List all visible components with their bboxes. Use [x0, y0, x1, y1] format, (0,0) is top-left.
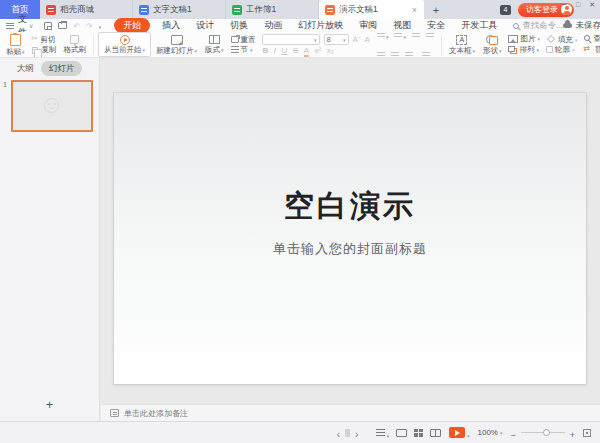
outline-icon: [546, 46, 553, 53]
play-icon: [120, 35, 130, 45]
italic-button[interactable]: I: [274, 47, 276, 55]
command-search[interactable]: 查找命令...: [513, 20, 563, 32]
slide-thumbnail-wrap: 1: [11, 80, 95, 132]
font-size-select[interactable]: 8: [324, 34, 349, 45]
menubar: 文件 ∨ 开始 插入 设计 切换 动画 幻灯片放映 审阅 视图 安全 开发工具 …: [0, 19, 600, 32]
picture-button[interactable]: 图片: [508, 35, 540, 43]
tab-insert[interactable]: 插入: [154, 19, 188, 32]
tab-spreadsheet[interactable]: 工作簿1: [226, 0, 319, 19]
tab-security[interactable]: 安全: [419, 19, 453, 32]
notes-toggle-button[interactable]: [376, 424, 389, 442]
fill-button[interactable]: 填充: [546, 36, 578, 44]
zoom-in-icon[interactable]: [570, 424, 575, 442]
tab-animation[interactable]: 动画: [256, 19, 290, 32]
new-slide-button[interactable]: 新建幻灯片: [153, 35, 200, 55]
strikethrough-button[interactable]: S: [293, 47, 298, 55]
close-window-icon[interactable]: [589, 1, 595, 8]
decrease-indent-button[interactable]: [412, 32, 420, 37]
tab-presentation-active[interactable]: 演示文稿1: [319, 0, 424, 19]
tab-review[interactable]: 审阅: [351, 19, 385, 32]
previous-slide-icon[interactable]: [337, 424, 340, 442]
paste-button[interactable]: 粘贴: [3, 34, 28, 56]
caret-icon: [575, 36, 578, 44]
tab-slideshow[interactable]: 幻灯片放映: [290, 19, 351, 32]
textbox-button[interactable]: 文本框: [446, 35, 478, 55]
slide-subtitle[interactable]: 单击输入您的封面副标题: [114, 240, 586, 258]
slide-nav: [337, 424, 359, 442]
bullet-list-button[interactable]: [377, 32, 389, 43]
increase-indent-button[interactable]: [426, 32, 434, 37]
slide-sorter-icon[interactable]: [414, 429, 423, 437]
wps-presentation-window: 首页 稻壳商城 文字文稿1 工作簿1 演示文稿1 + 4 访客登录: [0, 0, 600, 443]
increase-font-icon[interactable]: [353, 36, 361, 44]
replace-button[interactable]: 替换: [584, 46, 600, 54]
tab-writer-doc[interactable]: 文字文稿1: [133, 0, 226, 19]
tab-docer-mall[interactable]: 稻壳商城: [40, 0, 133, 19]
presentation-icon: [325, 5, 335, 15]
save-status[interactable]: 未保存: [563, 20, 600, 32]
cut-icon: [32, 35, 39, 43]
notification-badge[interactable]: 4: [500, 5, 511, 15]
superscript-button[interactable]: x²: [315, 47, 322, 55]
zoom-handle[interactable]: [543, 429, 550, 436]
reset-button[interactable]: 重置: [231, 36, 256, 44]
tab-design[interactable]: 设计: [188, 19, 222, 32]
add-slide-button[interactable]: +: [0, 398, 99, 411]
format-painter-button[interactable]: 格式刷: [61, 35, 90, 54]
tab-start[interactable]: 开始: [114, 18, 150, 33]
slide-thumbnail[interactable]: [11, 80, 93, 132]
new-slide-label: 新建幻灯片: [156, 47, 194, 55]
reading-view-icon[interactable]: [430, 429, 441, 437]
cut-button[interactable]: 剪切: [32, 35, 57, 43]
new-tab-button[interactable]: +: [424, 0, 448, 19]
layout-button[interactable]: 版式: [202, 35, 227, 54]
save-icon[interactable]: [44, 22, 52, 30]
tab-devtools[interactable]: 开发工具: [453, 19, 505, 32]
font-color-button[interactable]: A: [304, 47, 309, 55]
fit-slide-icon[interactable]: [583, 429, 591, 437]
hamburger-icon[interactable]: [6, 23, 14, 29]
replace-icon: [584, 46, 593, 54]
zoom-track[interactable]: [521, 432, 565, 434]
tab-transition[interactable]: 切换: [222, 19, 256, 32]
reset-label: 重置: [241, 36, 256, 44]
bold-button[interactable]: B: [263, 47, 269, 55]
decrease-font-icon[interactable]: [365, 36, 370, 44]
zoom-level[interactable]: 100%: [477, 428, 502, 437]
close-tab-icon[interactable]: [412, 5, 417, 15]
outline-button[interactable]: 轮廓: [546, 46, 578, 54]
minimize-icon[interactable]: [562, 1, 567, 8]
copy-button[interactable]: 复制: [32, 46, 57, 54]
caret-icon[interactable]: [467, 424, 470, 442]
find-label: 查找: [594, 35, 600, 43]
redo-icon[interactable]: [86, 21, 93, 31]
arrange-button[interactable]: 排列: [508, 46, 540, 54]
print-icon[interactable]: [58, 22, 67, 29]
play-from-current-button[interactable]: 从当前开始: [98, 32, 151, 57]
section-button[interactable]: 节: [231, 46, 256, 54]
caret-icon[interactable]: [99, 21, 102, 31]
shapes-button[interactable]: 形状: [480, 35, 505, 55]
next-slide-icon[interactable]: [355, 424, 358, 442]
spreadsheet-icon: [232, 5, 242, 15]
zoom-out-icon[interactable]: [510, 424, 515, 442]
slide-title[interactable]: 空白演示: [114, 186, 586, 227]
notes-bar[interactable]: 单击此处添加备注: [101, 404, 600, 421]
play-slideshow-button[interactable]: [449, 427, 465, 438]
maximize-icon[interactable]: [576, 1, 580, 8]
caret-icon: [386, 424, 389, 442]
columns-button[interactable]: [422, 47, 434, 59]
normal-view-icon[interactable]: [396, 429, 407, 437]
tab-slides[interactable]: 幻灯片: [41, 61, 83, 76]
find-button[interactable]: 查找: [584, 35, 600, 43]
tab-view[interactable]: 视图: [385, 19, 419, 32]
line-spacing-button[interactable]: [405, 47, 417, 59]
tab-outline[interactable]: 大纲: [17, 63, 34, 75]
font-family-select[interactable]: [262, 34, 320, 45]
subscript-button[interactable]: x₂: [327, 47, 334, 55]
cut-label: 剪切: [40, 36, 55, 44]
underline-button[interactable]: U: [282, 47, 288, 55]
slide-canvas[interactable]: 空白演示 单击输入您的封面副标题: [114, 93, 586, 384]
undo-icon[interactable]: [73, 21, 80, 31]
numbered-list-button[interactable]: [394, 32, 406, 43]
